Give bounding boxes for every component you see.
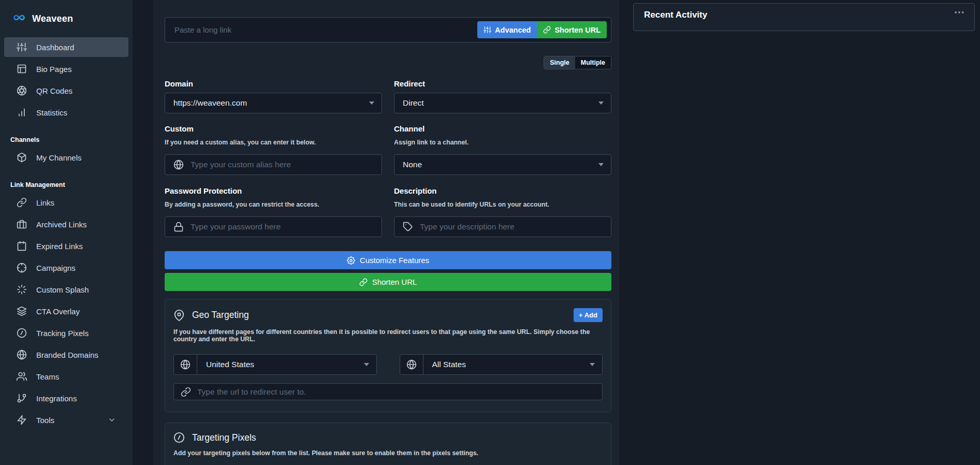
long-link-input[interactable] (174, 25, 477, 34)
sidebar-item-expired-links[interactable]: Expired Links (4, 236, 128, 256)
chevron-down-icon (108, 416, 116, 424)
chevron-down-icon (369, 101, 374, 105)
sidebar-item-dashboard[interactable]: Dashboard (4, 37, 128, 57)
sidebar-item-qr-codes[interactable]: QR Codes (4, 81, 128, 100)
main-panel: Advanced Shorten URL Single Multiple Dom… (153, 0, 619, 465)
geo-targeting-header: Geo Targeting + Add (173, 308, 603, 322)
targeting-pixels-title: Targeting Pixels (192, 432, 256, 443)
chevron-down-icon (598, 101, 604, 105)
geo-country-select[interactable]: United States (173, 354, 377, 375)
description-input[interactable] (420, 222, 604, 231)
domain-label: Domain (165, 79, 382, 88)
sidebar-item-archived-links[interactable]: Archived Links (4, 214, 128, 234)
users-icon (17, 371, 27, 382)
geo-add-button[interactable]: + Add (574, 308, 603, 322)
sidebar: Weaveen Dashboard Bio Pages QR Codes Sta… (0, 0, 133, 465)
sidebar-item-cta-overlay[interactable]: CTA Overlay (4, 301, 128, 321)
password-help: By adding a password, you can restrict t… (165, 201, 382, 208)
shorten-bar-buttons: Advanced Shorten URL (477, 21, 607, 38)
sidebar-item-bio-pages[interactable]: Bio Pages (4, 59, 128, 79)
domain-select[interactable]: https://weaveen.com (165, 93, 382, 113)
shorten-url-submit-button[interactable]: Shorten URL (165, 273, 611, 291)
geo-state-select[interactable]: All States (400, 354, 603, 375)
pixel-icon (173, 432, 185, 443)
password-field-group: Password Protection By adding a password… (165, 186, 382, 237)
chevron-down-icon (364, 363, 369, 366)
gear-icon (347, 256, 355, 265)
briefcase-icon (17, 219, 27, 229)
mode-multiple-option[interactable]: Multiple (575, 56, 611, 69)
targeting-pixels-card: Targeting Pixels Add your targeting pixe… (165, 423, 611, 465)
bar-chart-icon (17, 107, 27, 118)
sidebar-item-tracking-pixels[interactable]: Tracking Pixels (4, 323, 128, 343)
brand[interactable]: Weaveen (0, 9, 133, 28)
layers-icon (17, 306, 27, 316)
channel-label: Channel (394, 124, 611, 133)
mode-single-option[interactable]: Single (544, 56, 575, 69)
geo-selects-row: United States All States (173, 354, 603, 375)
package-icon (17, 152, 27, 163)
mode-toggle-row: Single Multiple (165, 56, 611, 69)
sidebar-item-integrations[interactable]: Integrations (4, 388, 128, 408)
link-icon (543, 26, 551, 34)
advanced-button[interactable]: Advanced (477, 21, 537, 38)
sidebar-item-my-channels[interactable]: My Channels (4, 148, 128, 167)
redirect-field-group: Redirect Direct (394, 79, 611, 113)
custom-alias-input-wrap (165, 154, 382, 175)
ellipsis-menu-icon[interactable]: ⋯ (954, 6, 965, 18)
description-field-group: Description This can be used to identify… (394, 186, 611, 237)
sidebar-item-custom-splash[interactable]: Custom Splash (4, 280, 128, 299)
channel-field-group: Channel Assign link to a channel. None (394, 124, 611, 175)
sidebar-item-statistics[interactable]: Statistics (4, 103, 128, 122)
description-input-wrap (394, 216, 611, 237)
sidebar-item-branded-domains[interactable]: Branded Domains (4, 345, 128, 365)
pixel-icon (17, 328, 27, 338)
git-branch-icon (17, 393, 27, 403)
domain-field-group: Domain https://weaveen.com (165, 79, 382, 113)
loader-icon (17, 284, 27, 295)
sidebar-item-teams[interactable]: Teams (4, 367, 128, 386)
sidebar-nav: Dashboard Bio Pages QR Codes Statistics … (0, 37, 133, 430)
map-pin-icon (173, 310, 185, 321)
geo-url-input-wrap (173, 383, 603, 400)
description-label: Description (394, 186, 611, 195)
lock-icon (173, 222, 184, 232)
zap-icon (17, 415, 27, 425)
sliders-icon (17, 42, 27, 52)
redirect-select[interactable]: Direct (394, 93, 611, 113)
targeting-pixels-description: Add your targeting pixels below from the… (173, 449, 603, 457)
weaveen-logo-icon (11, 11, 27, 26)
crosshair-icon (17, 263, 27, 273)
link-icon (17, 197, 27, 208)
password-input-wrap (165, 216, 382, 237)
calendar-icon (17, 241, 27, 251)
sidebar-section-link-management: Link Management (10, 181, 133, 188)
link-icon (359, 278, 368, 286)
recent-activity-title: Recent Activity (644, 10, 707, 20)
chevron-down-icon (598, 163, 604, 166)
password-input[interactable] (191, 222, 374, 231)
globe-icon (400, 355, 423, 374)
redirect-label: Redirect (394, 79, 611, 88)
sidebar-item-links[interactable]: Links (4, 193, 128, 212)
custom-help: If you need a custom alias, you can ente… (165, 139, 382, 146)
shorten-bar: Advanced Shorten URL (165, 17, 611, 42)
sidebar-section-channels: Channels (10, 136, 133, 143)
layout-icon (17, 64, 27, 74)
form-row-password-description: Password Protection By adding a password… (165, 186, 611, 237)
aperture-icon (17, 85, 27, 96)
custom-alias-input[interactable] (191, 160, 374, 169)
sidebar-item-tools[interactable]: Tools (4, 410, 128, 430)
sidebar-item-campaigns[interactable]: Campaigns (4, 258, 128, 278)
customize-features-button[interactable]: Customize Features (165, 251, 611, 269)
app-root: Weaveen Dashboard Bio Pages QR Codes Sta… (0, 0, 980, 465)
form-row-custom-channel: Custom If you need a custom alias, you c… (165, 124, 611, 175)
chevron-down-icon (590, 363, 595, 366)
channel-select[interactable]: None (394, 154, 611, 175)
link-icon (181, 387, 191, 397)
geo-url-input[interactable] (197, 387, 595, 397)
form-row-domain-redirect: Domain https://weaveen.com Redirect Dire… (165, 79, 611, 113)
geo-targeting-title: Geo Targeting (192, 310, 249, 321)
custom-label: Custom (165, 124, 382, 133)
shorten-url-button[interactable]: Shorten URL (537, 21, 607, 38)
